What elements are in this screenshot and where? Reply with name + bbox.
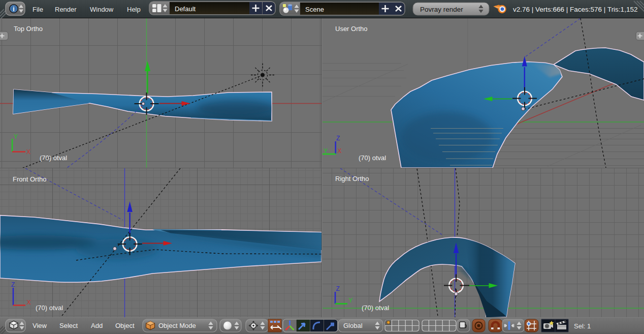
svg-text:Z: Z [336, 285, 340, 292]
svg-text:Object: Object [115, 322, 135, 329]
svg-text:(70) otval: (70) otval [40, 154, 67, 162]
svg-text:Render: Render [55, 6, 77, 13]
svg-text:Front Ortho: Front Ortho [13, 175, 46, 183]
svg-text:i: i [13, 6, 14, 13]
svg-text:v2.76 | Verts:666 | Faces:576: v2.76 | Verts:666 | Faces:576 | Tris:1,1… [513, 6, 637, 13]
svg-text:Z: Z [11, 281, 15, 288]
svg-text:Window: Window [90, 6, 114, 13]
svg-text:Sel: 1: Sel: 1 [574, 322, 591, 330]
svg-text:View: View [33, 322, 47, 329]
svg-text:Right Ortho: Right Ortho [335, 175, 369, 183]
svg-text:X: X [27, 299, 31, 306]
svg-text:Global: Global [343, 322, 363, 329]
svg-text:Add: Add [91, 322, 103, 329]
svg-text:User Ortho: User Ortho [335, 25, 368, 33]
svg-text:Y: Y [14, 133, 18, 140]
svg-text:Z: Z [336, 135, 340, 142]
svg-text:Y: Y [349, 297, 353, 304]
svg-text:Povray render: Povray render [420, 6, 463, 13]
svg-text:File: File [33, 6, 43, 13]
svg-text:X: X [26, 148, 30, 156]
svg-text:Help: Help [127, 6, 141, 13]
svg-text:(70) otval: (70) otval [36, 304, 63, 312]
svg-text:Scene: Scene [305, 6, 324, 13]
svg-text:(70) otval: (70) otval [362, 304, 389, 312]
svg-text:Object Mode: Object Mode [158, 322, 196, 329]
svg-text:Select: Select [59, 322, 78, 329]
svg-text:Default: Default [175, 5, 196, 13]
svg-text:X: X [338, 147, 342, 155]
svg-text:Y: Y [324, 147, 328, 155]
svg-text:(70) otval: (70) otval [359, 154, 386, 162]
svg-text:Top Ortho: Top Ortho [14, 25, 43, 33]
